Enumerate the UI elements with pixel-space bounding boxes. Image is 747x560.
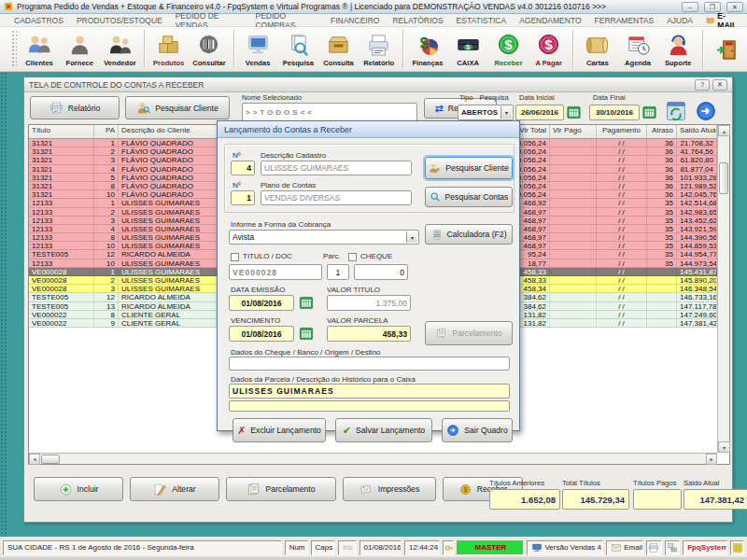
column-header-4[interactable]: Vlr Pago: [550, 125, 597, 139]
column-header-1[interactable]: PA: [94, 125, 119, 139]
data-emissao-field[interactable]: 01/08/2016: [229, 295, 294, 311]
toolbar-button-produtos[interactable]: Produtos: [148, 27, 189, 71]
menu-item-produtos-estoque[interactable]: PRODUTOS/ESTOQUE: [70, 16, 169, 25]
valor-parcela-field[interactable]: 458,33: [327, 326, 411, 342]
nome-selecionado-input[interactable]: >>TODOS<<: [242, 103, 417, 121]
column-header-0[interactable]: Título: [29, 125, 94, 139]
toolbar-button-clientes[interactable]: Clientes: [19, 27, 59, 71]
refresh-icon[interactable]: [665, 100, 687, 122]
parcelamento-button[interactable]: Parcelamento: [226, 477, 336, 501]
toolbar-button-receber[interactable]: $Receber: [488, 27, 529, 71]
go-arrow-icon[interactable]: [695, 100, 717, 122]
menu-item-estatistica[interactable]: ESTATISTICA: [450, 16, 514, 25]
grid-icon: [732, 542, 743, 553]
alterar-button[interactable]: Alterar: [130, 477, 219, 501]
scroll-right-arrow[interactable]: ▸: [706, 454, 717, 465]
toolbar-button-suporte[interactable]: Suporte: [658, 27, 698, 71]
table-cell: [647, 276, 677, 284]
tipo-pesquisa-dropdown[interactable]: ABERTOS ▾: [458, 105, 514, 120]
envelope-icon: [611, 542, 622, 553]
parcelamento-button-disabled[interactable]: Parcelamento: [425, 321, 513, 345]
calendar-icon[interactable]: [566, 105, 582, 120]
descricao-cadastro-field[interactable]: ULISSES GUIMARAES: [261, 161, 412, 175]
data-final-label: Data Final: [593, 93, 626, 102]
data-inicial-input[interactable]: 26/06/2016: [515, 105, 564, 120]
titulo-doc-field[interactable]: VE000028: [229, 264, 322, 280]
menu-item-financeiro[interactable]: FINANCEIRO: [324, 16, 386, 25]
chevron-down-icon[interactable]: ▾: [500, 106, 512, 119]
titulo-doc-checkbox[interactable]: [231, 253, 239, 261]
scroll-left-arrow[interactable]: ◂: [29, 454, 40, 465]
plano-contas-field[interactable]: VENDAS DIVERSAS: [261, 190, 412, 205]
chevron-down-icon[interactable]: ▾: [406, 231, 417, 243]
scroll-down-arrow[interactable]: ▾: [718, 441, 730, 453]
toolbar-button-agenda[interactable]: Agenda: [617, 27, 657, 71]
data-final-input[interactable]: 30/10/2016: [589, 105, 640, 120]
toolbar-button-cartas[interactable]: Cartas: [577, 27, 617, 71]
relatorio-button[interactable]: Relatório: [30, 96, 120, 119]
calendar-icon[interactable]: [298, 326, 315, 342]
toolbar-button-relat-rio[interactable]: Relatório: [359, 27, 399, 71]
toolbar-button-finan-as[interactable]: $Finanças: [407, 27, 447, 71]
table-cell: 147.381,42: [677, 319, 717, 327]
column-header-7[interactable]: Saldo Atual: [677, 125, 717, 139]
cheque-checkbox[interactable]: [348, 253, 357, 261]
table-cell: 145.890,20: [677, 276, 717, 284]
dados-parcela-field-2[interactable]: [229, 400, 510, 412]
calendar-icon[interactable]: [641, 105, 657, 120]
support-icon: [666, 33, 691, 58]
impress-es-button[interactable]: Impressões: [343, 477, 436, 501]
column-header-6[interactable]: Atraso: [647, 125, 677, 139]
vertical-scroll-thumb[interactable]: [719, 162, 728, 194]
menu-item-ajuda[interactable]: AJUDA: [660, 16, 699, 25]
toolbar-button-pesquisa[interactable]: Pesquisa: [278, 27, 318, 71]
toolbar-button-vendas[interactable]: Vendas: [237, 27, 277, 71]
menu-item-relat-rios[interactable]: RELATÓRIOS: [386, 16, 449, 25]
toolbar-button-sair[interactable]: [707, 27, 747, 71]
dados-cheque-field[interactable]: [229, 357, 510, 371]
horizontal-scrollbar[interactable]: ◂ ▸: [29, 453, 717, 464]
horizontal-scroll-thumb[interactable]: [41, 455, 60, 464]
toolbar-button-vendedor[interactable]: Vendedor: [100, 27, 140, 71]
sair-quadro-button[interactable]: Sair Quadro: [442, 418, 513, 442]
table-cell: 147.117,78: [677, 302, 717, 310]
calendar-icon[interactable]: [298, 295, 315, 311]
toolbar-button-a-pagar[interactable]: $A Pagar: [529, 27, 569, 71]
table-cell: [550, 285, 597, 292]
pesquisar-contas-button[interactable]: Pesquisar Contas: [425, 187, 513, 207]
vencimento-field[interactable]: 01/08/2016: [229, 326, 294, 342]
cheque-field[interactable]: 0: [354, 264, 408, 280]
valor-titulo-field[interactable]: 1.375,00: [327, 295, 411, 311]
toolbar-button-caixa[interactable]: $CAIXA: [448, 27, 488, 71]
toolbar-button-fornece[interactable]: Fornece: [60, 27, 100, 71]
window-close-button[interactable]: ✕: [712, 79, 727, 91]
printer-small-icon[interactable]: [648, 542, 659, 553]
excluir-lancamento-button[interactable]: ✗ Excluir Lançamento: [233, 418, 326, 442]
scroll-up-arrow[interactable]: ▴: [718, 125, 730, 136]
receive-dollar-icon: $: [496, 33, 521, 58]
table-cell: [647, 302, 677, 310]
table-cell: 144.954,77: [677, 250, 717, 258]
toolbar-button-consulta[interactable]: Consulta: [318, 27, 359, 71]
numero-plano-field[interactable]: 1: [231, 190, 255, 205]
toolbar-button-consultar[interactable]: Consultar: [189, 27, 229, 71]
column-header-5[interactable]: Pagamento: [597, 125, 647, 139]
incluir-button[interactable]: Incluir: [34, 477, 123, 501]
menu-item-cadastros[interactable]: CADASTROS: [7, 16, 70, 25]
menu-item-agendamento[interactable]: AGENDAMENTO: [513, 16, 587, 25]
minimize-button[interactable]: –: [682, 2, 698, 12]
vertical-scrollbar[interactable]: ▴ ▾: [717, 125, 729, 453]
help-button[interactable]: ?: [695, 79, 710, 91]
parc-field[interactable]: 1: [327, 264, 349, 280]
calculadora-button[interactable]: Calculadora (F2): [425, 224, 513, 245]
salvar-lancamento-button[interactable]: ✔ Salvar Lançamento: [335, 418, 432, 442]
forma-cobranca-dropdown[interactable]: Avista ▾: [229, 230, 419, 245]
dados-parcela-field[interactable]: ULISSES GUIMARAES: [229, 384, 510, 399]
pesquisar-cliente-button[interactable]: Pesquisar Cliente: [125, 96, 230, 119]
network-icon[interactable]: [667, 542, 678, 553]
menu-item-ferramentas[interactable]: FERRAMENTAS: [588, 16, 661, 25]
numero-cliente-field[interactable]: 4: [231, 161, 255, 175]
table-cell: 10: [94, 190, 119, 198]
email-status[interactable]: Email: [606, 540, 643, 555]
dialog-pesquisar-cliente-button[interactable]: Pesquisar Cliente: [425, 157, 513, 179]
